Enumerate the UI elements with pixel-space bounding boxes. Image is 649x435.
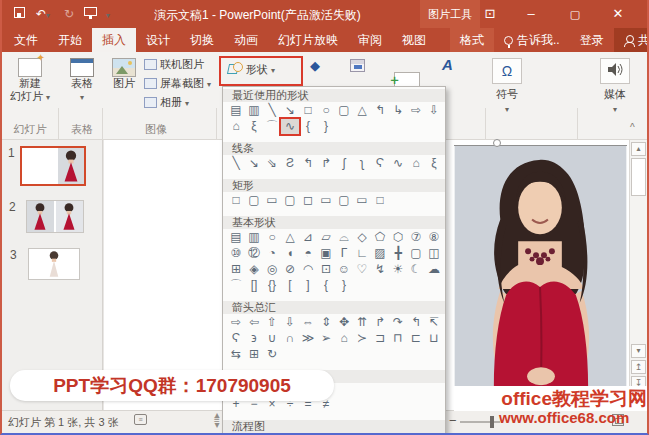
shape-text-box[interactable]: ▤ xyxy=(227,230,245,245)
shape-line[interactable]: ╲ xyxy=(227,156,245,171)
tab-login-11[interactable]: 登录 xyxy=(570,28,614,52)
slide-photo[interactable] xyxy=(454,146,627,410)
shape-text-box[interactable]: ▤ xyxy=(227,103,245,118)
new-slide-button[interactable]: 新建幻灯片 xyxy=(6,58,54,104)
shape-cloud[interactable]: ☁ xyxy=(425,262,443,277)
shape-freeform[interactable]: ⌂ xyxy=(227,119,245,134)
smartart-icon[interactable]: ◆ xyxy=(310,58,320,73)
shape-elbow-arrow-connector[interactable]: ↳ xyxy=(389,103,407,118)
tab-item-7[interactable]: 审阅 xyxy=(348,28,392,52)
shape-snip-same-side-corner-rectangle[interactable]: ▢ xyxy=(281,193,299,208)
shape-freeform[interactable]: ⌂ xyxy=(407,156,425,171)
save-icon[interactable] xyxy=(14,7,25,21)
rotate-handle[interactable] xyxy=(493,139,501,147)
shape-curved-left-arrow[interactable]: Ϛ xyxy=(227,331,245,346)
shape-left-bracket[interactable]: [ xyxy=(281,278,299,293)
notes-splitter-icon[interactable]: ▴≡▾ xyxy=(214,412,220,427)
shape-down-arrow[interactable]: ⇩ xyxy=(281,315,299,330)
shape-quad-arrow-callout[interactable]: ⊞ xyxy=(245,347,263,362)
shape-isosceles-triangle[interactable]: △ xyxy=(353,103,371,118)
shape-left-brace[interactable]: { xyxy=(299,119,317,134)
shape-curved-connector[interactable]: ʃ xyxy=(335,156,353,171)
shape-rounded-rectangle[interactable]: ▢ xyxy=(245,193,263,208)
shape-notched-right-arrow[interactable]: ➢ xyxy=(317,331,335,346)
shape-decagon[interactable]: ⑩ xyxy=(227,246,245,261)
shape-bent-arrow[interactable]: ↱ xyxy=(371,315,389,330)
shape-chord[interactable]: ◖ xyxy=(281,246,299,261)
tab-item-6[interactable]: 幻灯片放映 xyxy=(268,28,348,52)
shape-dodecagon[interactable]: ⑫ xyxy=(245,246,263,261)
shape-right-arrow-callout[interactable]: ⊐ xyxy=(371,331,389,346)
symbol-button[interactable]: Ω xyxy=(492,58,522,84)
shape-moon[interactable]: ☾ xyxy=(407,262,425,277)
tab-tellme-10[interactable]: 告诉我.. xyxy=(494,28,570,52)
shape-smiley-face[interactable]: ☺ xyxy=(335,262,353,277)
maximize-button[interactable] xyxy=(560,0,590,28)
add-ins-icon[interactable] xyxy=(350,59,365,72)
shape-right-brace[interactable]: } xyxy=(335,278,353,293)
shape-left-brace[interactable]: { xyxy=(317,278,335,293)
shape-snip-and-round-single-corner-rectangle[interactable]: ▭ xyxy=(317,193,335,208)
shape-line-arrow[interactable]: ↘ xyxy=(245,156,263,171)
shape-diagonal-stripe[interactable]: ▨ xyxy=(371,246,389,261)
shape-chevron-arrow[interactable]: ≻ xyxy=(353,331,371,346)
shape-curve[interactable]: ∿ xyxy=(389,156,407,171)
redo-icon[interactable]: ↻ xyxy=(64,7,74,21)
shape-diamond[interactable]: ◇ xyxy=(353,230,371,245)
tab-share-12[interactable]: 共享 xyxy=(614,28,649,52)
shape-vertical-text-box[interactable]: ▥ xyxy=(245,103,263,118)
shape-elbow-arrow-connector[interactable]: ↰ xyxy=(299,156,317,171)
table-button[interactable]: 表格 xyxy=(62,58,102,104)
shape-snip-diagonal-corner-rectangle[interactable]: ◻ xyxy=(299,193,317,208)
shape-down-arrow[interactable]: ⇩ xyxy=(425,103,443,118)
shape-round-same-side-corner-rectangle[interactable]: ▭ xyxy=(353,193,371,208)
shape-frame[interactable]: ▣ xyxy=(317,246,335,261)
tab-item-8[interactable]: 视图 xyxy=(392,28,436,52)
scroll-up-icon[interactable]: ▴ xyxy=(631,142,646,156)
shape-teardrop[interactable]: ◓ xyxy=(299,246,317,261)
screenshot-button[interactable]: 屏幕截图 xyxy=(144,77,211,91)
shape-circular-arrow[interactable]: ↻ xyxy=(263,347,281,362)
shape-line[interactable]: ╲ xyxy=(263,103,281,118)
shape-donut[interactable]: ◎ xyxy=(263,262,281,277)
shape-curved-double-arrow-connector[interactable]: Ϛ xyxy=(371,156,389,171)
shape-heptagon[interactable]: ⑦ xyxy=(407,230,425,245)
zoom-out-icon[interactable]: − xyxy=(449,413,457,428)
shape-rectangle[interactable]: □ xyxy=(299,103,317,118)
start-slideshow-icon[interactable] xyxy=(84,7,97,21)
shape-plaque[interactable]: ▢ xyxy=(407,246,425,261)
customize-qat-icon[interactable] xyxy=(106,7,110,21)
shape-curved-down-arrow[interactable]: ∩ xyxy=(281,331,299,346)
shape-left-up-arrow[interactable]: ↸ xyxy=(425,315,443,330)
shape-curve-annotated[interactable]: ∿ xyxy=(281,119,299,134)
shape-cube[interactable]: ⊞ xyxy=(227,262,245,277)
shape-elbow-double-arrow-connector[interactable]: ↱ xyxy=(317,156,335,171)
shape-down-arrow-callout[interactable]: ⊓ xyxy=(389,331,407,346)
shape-snip-single-corner-rectangle[interactable]: ▭ xyxy=(263,193,281,208)
shape-round-diagonal-corner-rectangle[interactable]: □ xyxy=(371,193,389,208)
shape-l-shape[interactable]: ∟ xyxy=(353,246,371,261)
slide-thumbnail-2[interactable] xyxy=(26,200,84,233)
shape-left-right-arrow-callout[interactable]: ⇆ xyxy=(227,347,245,362)
shape-striped-right-arrow[interactable]: ≫ xyxy=(299,331,317,346)
shape-right-triangle[interactable]: ⊿ xyxy=(299,230,317,245)
shape-regular-pentagon[interactable]: ⬠ xyxy=(371,230,389,245)
shape-double-brace[interactable]: {} xyxy=(263,278,281,293)
text-box-icon[interactable]: A xyxy=(442,56,453,73)
tab-item-3[interactable]: 设计 xyxy=(136,28,180,52)
zoom-slider-thumb[interactable] xyxy=(490,416,494,428)
shape-right-bracket[interactable]: ] xyxy=(299,278,317,293)
shape-parallelogram[interactable]: ▱ xyxy=(317,230,335,245)
photo-album-button[interactable]: 相册 xyxy=(144,96,189,110)
ribbon-display-options-icon[interactable] xyxy=(475,0,505,28)
shape-block-arc[interactable]: ◠ xyxy=(299,262,317,277)
shape-double-bracket[interactable]: [] xyxy=(245,278,263,293)
shape-sun[interactable]: ☀ xyxy=(389,262,407,277)
previous-slide-icon[interactable]: ↥ xyxy=(631,360,646,374)
shape-bevel[interactable]: ◈ xyxy=(245,262,263,277)
shape-right-brace[interactable]: } xyxy=(317,119,335,134)
shape-pentagon-arrow[interactable]: ⌂ xyxy=(335,331,353,346)
shape-oval[interactable]: ○ xyxy=(263,230,281,245)
shape-right-arrow[interactable]: ⇨ xyxy=(227,315,245,330)
shape-right-arrow[interactable]: ⇨ xyxy=(407,103,425,118)
